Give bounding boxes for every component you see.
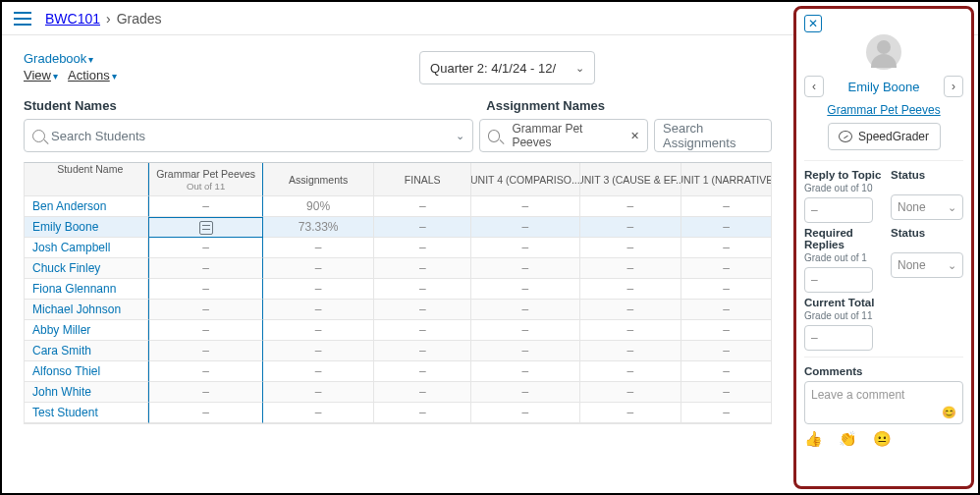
grade-cell[interactable]: – xyxy=(148,320,262,341)
criterion-grade-input[interactable]: – xyxy=(804,197,873,223)
grade-cell[interactable]: – xyxy=(681,341,771,361)
grade-cell[interactable]: – xyxy=(148,403,262,423)
grade-cell[interactable]: – xyxy=(148,238,262,258)
grade-cell[interactable]: – xyxy=(148,258,262,279)
col-unit1[interactable]: UNIT 1 (NARRATIVE) xyxy=(681,163,771,196)
student-link[interactable]: Ben Anderson xyxy=(32,199,106,213)
grade-cell[interactable]: – xyxy=(580,341,682,361)
grade-cell[interactable]: – xyxy=(374,403,471,423)
grade-cell[interactable]: – xyxy=(374,361,471,382)
student-link[interactable]: Cara Smith xyxy=(32,344,91,358)
gradebook-menu[interactable]: Gradebook xyxy=(24,51,86,66)
view-menu[interactable]: View xyxy=(24,68,51,82)
close-icon[interactable]: ✕ xyxy=(630,130,639,142)
student-name-cell[interactable]: Emily Boone xyxy=(25,217,148,238)
student-link[interactable]: Abby Miller xyxy=(32,323,90,337)
speedgrader-button[interactable]: SpeedGrader xyxy=(828,123,941,150)
grade-cell[interactable]: – xyxy=(374,196,471,217)
student-link[interactable]: Alfonso Thiel xyxy=(32,364,100,378)
student-name-cell[interactable]: Josh Campbell xyxy=(25,238,148,258)
grade-cell[interactable]: – xyxy=(681,320,771,341)
grade-cell[interactable]: – xyxy=(681,196,771,217)
table-row[interactable]: Chuck Finley–––––– xyxy=(25,258,771,279)
table-row[interactable]: John White–––––– xyxy=(25,382,771,403)
grade-cell[interactable]: 73.33% xyxy=(263,217,374,238)
grade-cell[interactable]: – xyxy=(471,300,580,320)
grade-cell[interactable]: – xyxy=(471,217,580,238)
panel-student-name[interactable]: Emily Boone xyxy=(848,80,920,94)
current-total-input[interactable]: – xyxy=(804,325,873,351)
emoji-picker-icon[interactable]: 😊 xyxy=(942,406,956,419)
grade-cell[interactable]: – xyxy=(681,217,771,238)
table-row[interactable]: Michael Johnson–––––– xyxy=(25,300,771,320)
grade-cell[interactable]: – xyxy=(681,382,771,403)
table-row[interactable]: Cara Smith–––––– xyxy=(25,341,771,361)
student-link[interactable]: Chuck Finley xyxy=(32,261,100,275)
grade-cell[interactable]: – xyxy=(681,238,771,258)
panel-assignment-link[interactable]: Grammar Pet Peeves xyxy=(804,103,963,117)
table-row[interactable]: Emily Boone73.33%–––– xyxy=(25,217,771,238)
grade-cell[interactable]: – xyxy=(681,403,771,423)
grade-cell[interactable]: – xyxy=(374,279,471,300)
next-student-button[interactable]: › xyxy=(944,76,963,97)
grade-cell[interactable]: – xyxy=(471,320,580,341)
grade-cell[interactable]: – xyxy=(471,403,580,423)
table-row[interactable]: Alfonso Thiel–––––– xyxy=(25,361,771,382)
grade-cell[interactable]: – xyxy=(263,382,374,403)
grade-cell[interactable]: – xyxy=(374,341,471,361)
col-assignments[interactable]: Assignments xyxy=(263,163,374,196)
student-name-cell[interactable]: Michael Johnson xyxy=(25,300,148,320)
grade-cell[interactable]: – xyxy=(148,361,262,382)
criterion-grade-input[interactable]: – xyxy=(804,267,873,293)
col-unit4[interactable]: UNIT 4 (COMPARISO... xyxy=(471,163,580,196)
grade-cell[interactable]: – xyxy=(471,361,580,382)
col-finals[interactable]: FINALS xyxy=(374,163,471,196)
grade-cell[interactable]: – xyxy=(374,320,471,341)
prev-student-button[interactable]: ‹ xyxy=(804,76,824,97)
grade-cell[interactable]: – xyxy=(148,341,262,361)
grade-cell[interactable]: – xyxy=(580,217,682,238)
student-link[interactable]: Emily Boone xyxy=(32,220,98,234)
table-row[interactable]: Fiona Glennann–––––– xyxy=(25,279,771,300)
grade-cell[interactable]: – xyxy=(263,361,374,382)
search-students-input[interactable]: Search Students ⌄ xyxy=(24,119,473,152)
student-link[interactable]: John White xyxy=(32,385,91,399)
grade-cell[interactable]: – xyxy=(580,238,682,258)
grade-cell[interactable]: – xyxy=(148,382,262,403)
student-name-cell[interactable]: Cara Smith xyxy=(25,341,148,361)
grade-cell[interactable]: – xyxy=(148,279,262,300)
grade-cell[interactable]: – xyxy=(471,341,580,361)
grade-cell[interactable]: – xyxy=(471,196,580,217)
student-name-cell[interactable]: Abby Miller xyxy=(25,320,148,341)
breadcrumb-course[interactable]: BWC101 xyxy=(45,11,100,27)
table-row[interactable]: Josh Campbell–––––– xyxy=(25,238,771,258)
grade-cell[interactable]: – xyxy=(148,196,262,217)
grade-cell[interactable]: – xyxy=(374,300,471,320)
grade-cell[interactable]: – xyxy=(580,196,682,217)
grade-cell[interactable]: – xyxy=(580,258,682,279)
emoji-neutral[interactable]: 😐 xyxy=(873,430,898,447)
student-name-cell[interactable]: John White xyxy=(25,382,148,403)
grade-cell[interactable]: – xyxy=(263,238,374,258)
grade-cell[interactable]: – xyxy=(471,238,580,258)
student-link[interactable]: Michael Johnson xyxy=(32,302,121,316)
col-student-name[interactable]: Student Name xyxy=(25,163,148,196)
grade-cell[interactable]: – xyxy=(471,279,580,300)
status-select[interactable]: None⌄ xyxy=(891,194,963,220)
grade-cell[interactable]: – xyxy=(580,300,682,320)
grade-cell[interactable]: 90% xyxy=(263,196,374,217)
grade-cell[interactable] xyxy=(148,217,262,238)
grade-cell[interactable]: – xyxy=(374,258,471,279)
student-link[interactable]: Josh Campbell xyxy=(32,241,110,254)
student-name-cell[interactable]: Fiona Glennann xyxy=(25,279,148,300)
student-name-cell[interactable]: Alfonso Thiel xyxy=(25,361,148,382)
grading-period-select[interactable]: Quarter 2: 4/1/24 - 12/ ⌄ xyxy=(419,51,595,84)
grade-cell[interactable]: – xyxy=(580,403,682,423)
student-link[interactable]: Fiona Glennann xyxy=(32,282,116,296)
assignment-filter-chip[interactable]: Grammar Pet Peeves ✕ xyxy=(479,119,649,152)
student-link[interactable]: Test Student xyxy=(32,406,98,419)
grade-cell[interactable]: – xyxy=(580,320,682,341)
close-panel-button[interactable]: ✕ xyxy=(804,15,822,32)
grade-cell[interactable]: – xyxy=(263,300,374,320)
emoji-thumbs-up[interactable]: 👍 xyxy=(804,430,829,447)
